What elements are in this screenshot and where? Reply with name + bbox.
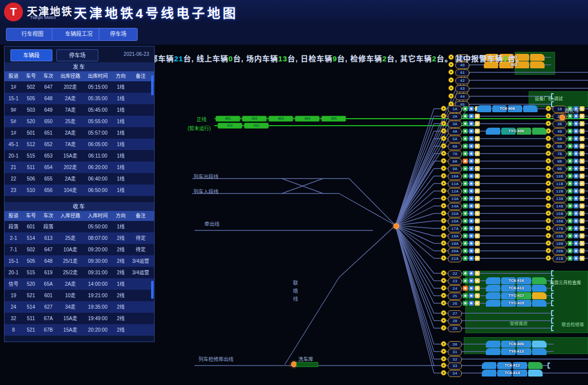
track-number-badge[interactable]: 10A [448, 173, 462, 180]
track-number-badge[interactable]: 42 [455, 77, 469, 84]
track-signal-icon[interactable] [441, 293, 446, 298]
table-row[interactable]: 15-150564825/1走09:30:002线3/4运营 [4, 255, 154, 267]
table-row[interactable]: 7-150264710A走09:20:002线待定 [4, 244, 154, 255]
track-signal-icon[interactable] [546, 203, 551, 208]
track-signal-icon[interactable] [441, 203, 446, 208]
track-number-badge[interactable]: 15B [553, 210, 567, 217]
track-signal-icon[interactable] [546, 218, 551, 223]
track-number-badge[interactable]: 2A [448, 113, 462, 120]
track-number-badge[interactable]: 7A [448, 151, 462, 158]
track-signal-icon[interactable] [441, 210, 446, 216]
track-number-badge[interactable]: 10B [553, 173, 567, 180]
track-number-badge[interactable]: 25 [448, 293, 462, 300]
track-number-badge[interactable]: 16B [553, 218, 567, 225]
track-signal-icon[interactable] [546, 248, 551, 253]
track-signal-icon[interactable] [546, 255, 551, 261]
track-number-badge[interactable]: 21B [553, 255, 567, 262]
table-row[interactable]: 信号52065A2A走14:00:001线 [4, 278, 154, 290]
track-signal-icon[interactable] [441, 128, 446, 134]
track-signal-icon[interactable] [441, 151, 446, 156]
track-number-badge[interactable]: 16A [448, 218, 462, 225]
train[interactable]: TC6 406 [486, 341, 547, 348]
track-signal-icon[interactable] [441, 318, 446, 323]
track-number-badge[interactable]: 13A [448, 195, 462, 202]
track-signal-icon[interactable] [441, 285, 446, 291]
table-scrollbar[interactable] [151, 281, 154, 299]
table-row[interactable]: 20-151565315A走06:11:001线 [4, 150, 154, 162]
track-number-badge[interactable]: 43 [455, 85, 469, 92]
track-signal-icon[interactable] [441, 310, 446, 316]
table-row[interactable]: 21511654202走06:20:001线 [4, 162, 154, 173]
track-signal-icon[interactable] [441, 166, 446, 171]
track-signal-icon[interactable] [441, 233, 446, 238]
track-number-badge[interactable]: 11A [448, 181, 462, 188]
track-signal-icon[interactable] [441, 188, 446, 193]
track-signal-icon[interactable] [441, 106, 446, 111]
track-number-badge[interactable]: 44 [455, 93, 469, 100]
toolbar-button-1[interactable]: 行车视图 [6, 28, 59, 41]
track-number-badge[interactable]: 4A [448, 128, 462, 135]
track-number-badge[interactable]: 24 [448, 285, 462, 292]
track-signal-icon[interactable] [546, 195, 551, 201]
track-signal-icon[interactable] [546, 106, 551, 111]
table-row[interactable]: 225066552A走06:40:001线 [4, 173, 154, 185]
table-row[interactable]: 45-15126527A走06:05:001线 [4, 139, 154, 150]
track-signal-icon[interactable] [448, 69, 454, 75]
track-number-badge[interactable]: 5A [448, 136, 462, 143]
track-number-badge[interactable]: 19B [553, 240, 567, 247]
track-number-badge[interactable]: 34 [448, 370, 462, 377]
table-row[interactable]: 15-15056482A走05:35:001线 [4, 93, 154, 104]
track-number-badge[interactable]: 41 [455, 69, 469, 76]
track-number-badge[interactable]: 30 [448, 341, 462, 348]
track-signal-icon[interactable] [546, 210, 551, 216]
track-signal-icon[interactable] [441, 121, 446, 126]
train[interactable]: TC6 414 [482, 370, 543, 377]
track-signal-icon[interactable] [546, 121, 551, 126]
table-scrollbar[interactable] [151, 75, 154, 95]
track-number-badge[interactable]: 3B [553, 121, 567, 128]
track-number-badge[interactable]: 17A [448, 225, 462, 232]
table-row[interactable]: 9#5036497A走05:45:001线 [4, 104, 154, 116]
mainline-train[interactable]: 401 [215, 116, 240, 122]
track-signal-icon[interactable] [441, 173, 446, 179]
track-signal-icon[interactable] [546, 113, 551, 119]
track-number-badge[interactable]: 4B [553, 128, 567, 135]
track-number-badge[interactable]: 32 [448, 356, 462, 363]
track-signal-icon[interactable] [546, 225, 551, 231]
track-signal-icon[interactable] [441, 356, 446, 362]
track-number-badge[interactable]: 11B [553, 181, 567, 188]
track-signal-icon[interactable] [441, 341, 446, 347]
track-signal-icon[interactable] [448, 85, 454, 91]
track-number-badge[interactable]: 1A [448, 106, 462, 113]
track-signal-icon[interactable] [546, 173, 551, 179]
track-number-badge[interactable]: 18A [448, 233, 462, 240]
track-number-badge[interactable]: 12A [448, 188, 462, 195]
track-signal-icon[interactable] [441, 218, 446, 223]
track-number-badge[interactable]: 9A [448, 166, 462, 173]
track-signal-icon[interactable] [441, 255, 446, 261]
track-signal-icon[interactable] [546, 240, 551, 246]
table-row[interactable]: 5#52065025走05:55:001线 [4, 116, 154, 127]
track-number-badge[interactable]: 13B [553, 195, 567, 202]
table-row[interactable]: 2-151461325走08:07:002线待定 [4, 232, 154, 244]
track-signal-icon[interactable] [441, 240, 446, 246]
track-signal-icon[interactable] [546, 181, 551, 186]
mainline-train[interactable]: 412 [244, 123, 269, 129]
toolbar-button-2[interactable]: 车辆段工况 [52, 28, 106, 41]
track-signal-icon[interactable] [448, 93, 454, 99]
train[interactable]: TYC 606 [486, 128, 547, 135]
table-row[interactable]: 20-151561925/2走09:31:002线3/4运营 [4, 267, 154, 278]
table-row[interactable]: 段落601段落05:50:001线 [4, 221, 154, 232]
track-signal-icon[interactable] [441, 225, 446, 231]
track-number-badge[interactable]: 33 [448, 363, 462, 370]
track-number-badge[interactable]: 6B [553, 143, 567, 150]
mainline-train[interactable]: 411 [217, 123, 242, 129]
track-signal-icon[interactable] [546, 233, 551, 238]
track-number-badge[interactable]: 26 [448, 300, 462, 307]
track-number-badge[interactable]: 8A [448, 158, 462, 165]
track-signal-icon[interactable] [546, 151, 551, 156]
track-signal-icon[interactable] [441, 300, 446, 306]
track-number-badge[interactable]: 15A [448, 210, 462, 217]
track-number-badge[interactable]: 22 [448, 270, 462, 277]
panel-tab-1[interactable]: 车辆段 [10, 49, 52, 61]
